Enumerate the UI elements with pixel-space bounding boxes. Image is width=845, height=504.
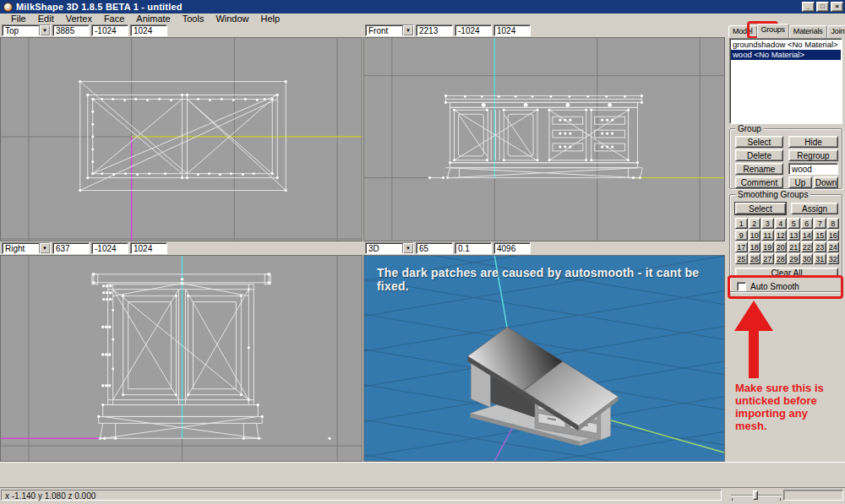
viewport-3d-canvas[interactable]: The dark patches are caused by autosmoot… (363, 255, 725, 462)
wireframe-right-view (92, 274, 271, 438)
smoothing-group-23[interactable]: 23 (814, 241, 826, 252)
smoothing-group-30[interactable]: 30 (801, 253, 814, 264)
assign-smoothing-button[interactable]: Assign (791, 203, 838, 214)
smoothing-group-6[interactable]: 6 (801, 218, 814, 229)
smoothing-group-13[interactable]: 13 (788, 230, 800, 241)
fov-field-3d[interactable]: 65 (416, 242, 453, 254)
red-arrow-shaft (749, 330, 759, 378)
smoothing-groups-box: Smoothing Groups Select Assign 123456789… (729, 194, 842, 292)
menu-item-file[interactable]: File (5, 14, 32, 24)
smoothing-group-21[interactable]: 21 (788, 241, 800, 252)
chevron-down-icon: ▼ (39, 25, 50, 35)
viewport-front-canvas[interactable] (363, 37, 725, 241)
smoothing-grid: 1234567891011121314151617181920212223242… (735, 218, 839, 264)
smoothing-group-24[interactable]: 24 (827, 241, 840, 252)
tab-groups[interactable]: Groups (757, 24, 789, 38)
smoothing-group-8[interactable]: 8 (827, 218, 840, 229)
smoothing-group-14[interactable]: 14 (801, 230, 814, 241)
vertices-top-view (79, 80, 287, 192)
smoothing-group-15[interactable]: 15 (814, 230, 826, 241)
red-arrow-icon (734, 301, 773, 331)
smoothing-group-22[interactable]: 22 (801, 241, 814, 252)
groups-list[interactable]: groundshadow <No Material>wood <No Mater… (729, 38, 842, 124)
max-field-right[interactable]: 1024 (130, 242, 167, 254)
smoothing-group-11[interactable]: 11 (761, 230, 774, 241)
status-bar: x -1.140 y 1.080 z 0.000 (0, 487, 845, 501)
menu-item-face[interactable]: Face (98, 14, 130, 24)
smoothing-group-27[interactable]: 27 (761, 253, 774, 264)
view-select-front[interactable]: Front ▼ (365, 24, 414, 36)
group-list-item[interactable]: wood <No Material> (731, 50, 841, 60)
smoothing-group-26[interactable]: 26 (749, 253, 761, 264)
animation-timeline: |<|<<<<>>>>|>| Anim 03030 (0, 462, 845, 487)
tab-joints[interactable]: Joints (827, 25, 845, 38)
smoothing-group-3[interactable]: 3 (761, 218, 774, 229)
wireframe-front-view (428, 95, 643, 177)
view-select-3d[interactable]: 3D ▼ (365, 242, 414, 254)
restore-button[interactable]: □ (816, 2, 829, 12)
smoothing-group-32[interactable]: 32 (827, 253, 840, 264)
comment-button[interactable]: Comment (735, 176, 783, 188)
move-down-button[interactable]: Down (814, 176, 838, 188)
menu-item-tools[interactable]: Tools (177, 14, 210, 24)
viewport-top-canvas[interactable] (0, 37, 363, 241)
group-list-item[interactable]: groundshadow <No Material> (731, 40, 841, 50)
near-field-3d[interactable]: 0.1 (455, 242, 492, 254)
chevron-down-icon: ▼ (402, 25, 413, 35)
viewport-3d-controls: 3D ▼ 65 0.1 4096 (363, 241, 725, 255)
smoothing-group-10[interactable]: 10 (749, 230, 761, 241)
min-field-right[interactable]: -1024 (91, 242, 128, 254)
select-smoothing-button[interactable]: Select (735, 203, 786, 214)
smoothing-group-25[interactable]: 25 (735, 253, 748, 264)
smoothing-group-28[interactable]: 28 (775, 253, 788, 264)
speed-slider-thumb[interactable] (753, 490, 758, 500)
window-title: MilkShape 3D 1.8.5 BETA 1 - untitled (16, 2, 183, 12)
chevron-down-icon: ▼ (39, 243, 50, 253)
smoothing-group-4[interactable]: 4 (775, 218, 788, 229)
menu-item-window[interactable]: Window (210, 14, 254, 24)
zoom-field-front[interactable]: 2213 (416, 24, 453, 36)
view-select-top[interactable]: Top ▼ (2, 24, 51, 36)
menu-item-animate[interactable]: Animate (130, 14, 176, 24)
rename-group-button[interactable]: Rename (735, 163, 783, 175)
group-box-title: Group (735, 124, 764, 133)
smoothing-group-17[interactable]: 17 (735, 241, 748, 252)
menu-item-edit[interactable]: Edit (32, 14, 60, 24)
zoom-field-right[interactable]: 637 (52, 242, 90, 254)
smoothing-group-5[interactable]: 5 (788, 218, 800, 229)
delete-group-button[interactable]: Delete (735, 149, 783, 161)
smoothing-group-16[interactable]: 16 (827, 230, 840, 241)
view-select-right[interactable]: Right ▼ (2, 242, 51, 254)
max-field-front[interactable]: 1024 (493, 24, 531, 36)
far-field-3d[interactable]: 4096 (493, 242, 531, 254)
smoothing-group-12[interactable]: 12 (775, 230, 788, 241)
max-field-top[interactable]: 1024 (130, 24, 167, 36)
hide-group-button[interactable]: Hide (788, 136, 838, 148)
select-group-button[interactable]: Select (735, 136, 783, 148)
smoothing-group-20[interactable]: 20 (775, 241, 788, 252)
min-field-top[interactable]: -1024 (91, 24, 128, 36)
tab-materials[interactable]: Materials (789, 25, 827, 38)
zoom-field-top[interactable]: 3885 (52, 24, 90, 36)
tab-model[interactable]: Model (728, 25, 757, 38)
auto-smooth-checkbox[interactable] (737, 282, 746, 291)
smoothing-group-18[interactable]: 18 (749, 241, 761, 252)
menu-item-help[interactable]: Help (255, 14, 286, 24)
smoothing-group-7[interactable]: 7 (814, 218, 826, 229)
group-name-input[interactable] (788, 163, 838, 175)
minimize-button[interactable]: _ (802, 2, 815, 12)
smoothing-group-2[interactable]: 2 (749, 218, 761, 229)
regroup-button[interactable]: Regroup (788, 149, 838, 161)
close-button[interactable]: × (831, 2, 843, 12)
viewport-right-canvas[interactable] (0, 255, 363, 462)
move-up-button[interactable]: Up (788, 176, 812, 188)
smoothing-group-9[interactable]: 9 (735, 230, 748, 241)
smoothing-group-29[interactable]: 29 (788, 253, 800, 264)
smoothing-group-19[interactable]: 19 (761, 241, 774, 252)
smoothing-group-31[interactable]: 31 (814, 253, 826, 264)
menu-item-vertex[interactable]: Vertex (60, 14, 98, 24)
clear-all-button[interactable]: Clear All (735, 268, 838, 278)
panel-tabs: ModelGroupsMaterialsJoints (728, 24, 845, 38)
smoothing-group-1[interactable]: 1 (735, 218, 748, 229)
min-field-front[interactable]: -1024 (455, 24, 492, 36)
